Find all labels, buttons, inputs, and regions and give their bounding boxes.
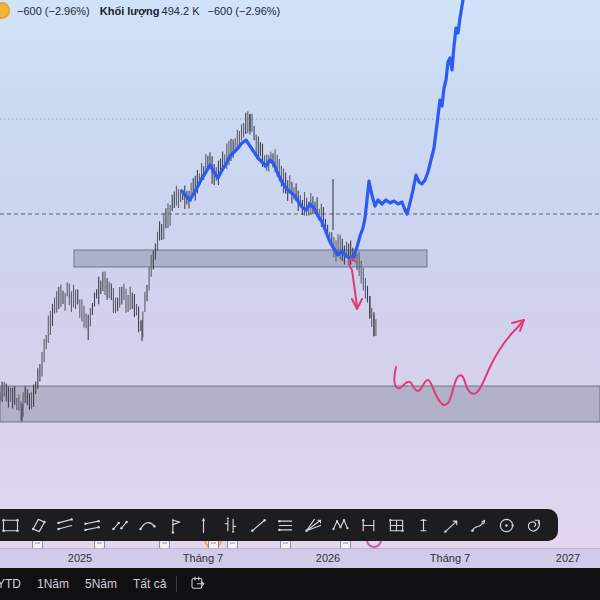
tool-date-range-icon[interactable] (357, 513, 381, 537)
range-button-1năm[interactable]: 1Năm (37, 573, 69, 595)
time-axis-label: 2025 (68, 552, 92, 564)
coin-badge-icon (0, 2, 10, 19)
tool-text-icon[interactable] (412, 513, 436, 537)
tool-xabcd-pattern-icon[interactable] (329, 513, 353, 537)
calendar-goto-icon[interactable] (187, 572, 209, 597)
tool-parallel-channel-icon[interactable] (53, 513, 77, 537)
tool-brush-icon[interactable] (467, 513, 491, 537)
tool-flat-channel-icon[interactable] (81, 513, 105, 537)
tool-trend-line-icon[interactable] (246, 513, 270, 537)
tool-rotated-rectangle-icon[interactable] (26, 513, 50, 537)
drawing-toolbar (0, 509, 558, 541)
tool-bars-pattern-icon[interactable] (219, 513, 243, 537)
chart-canvas[interactable] (0, 0, 600, 548)
tool-vertical-line-icon[interactable] (191, 513, 215, 537)
chart-legend: −600 (−2.96%) Khối lượng 494.2 K −600 (−… (0, 0, 280, 22)
range-button-5năm[interactable]: 5Năm (85, 573, 117, 595)
volume-label: Khối lượng (100, 5, 160, 17)
time-axis-label: Tháng 7 (430, 552, 470, 564)
time-axis-label: Tháng 7 (183, 552, 223, 564)
tool-ellipse-icon[interactable] (494, 513, 518, 537)
time-axis[interactable]: 2025Tháng 72026Tháng 72027 (0, 548, 600, 569)
time-axis-label: 2026 (316, 552, 340, 564)
tool-flag-icon[interactable] (163, 513, 187, 537)
tool-gann-fan-icon[interactable] (301, 513, 325, 537)
divider (176, 576, 177, 592)
tool-curve-icon[interactable] (136, 513, 160, 537)
tool-rectangle-icon[interactable] (0, 513, 22, 537)
tool-grid-box-icon[interactable] (384, 513, 408, 537)
tool-horizontal-lines-icon[interactable] (274, 513, 298, 537)
supply-zone[interactable] (74, 250, 427, 267)
chart-area[interactable]: −600 (−2.96%) Khối lượng 494.2 K −600 (−… (0, 0, 600, 548)
tool-cyclic-spiral-icon[interactable] (522, 513, 546, 537)
volume-change-value: −600 (−2.96%) (207, 5, 280, 17)
range-button-tất-cả[interactable]: Tất cả (133, 573, 166, 595)
range-button-ytd[interactable]: YTD (0, 573, 21, 595)
time-axis-label: 2027 (556, 552, 580, 564)
demand-zone[interactable] (0, 386, 600, 422)
series-change-value: −600 (−2.96%) (17, 5, 90, 17)
trading-app-window: −600 (−2.96%) Khối lượng 494.2 K −600 (−… (0, 0, 600, 600)
bottom-range-bar: YTD1Năm5NămTất cả (0, 568, 600, 600)
volume-value: 494.2 K (162, 5, 200, 17)
tool-arrow-marker-icon[interactable] (439, 513, 463, 537)
tool-trend-segments-icon[interactable] (108, 513, 132, 537)
